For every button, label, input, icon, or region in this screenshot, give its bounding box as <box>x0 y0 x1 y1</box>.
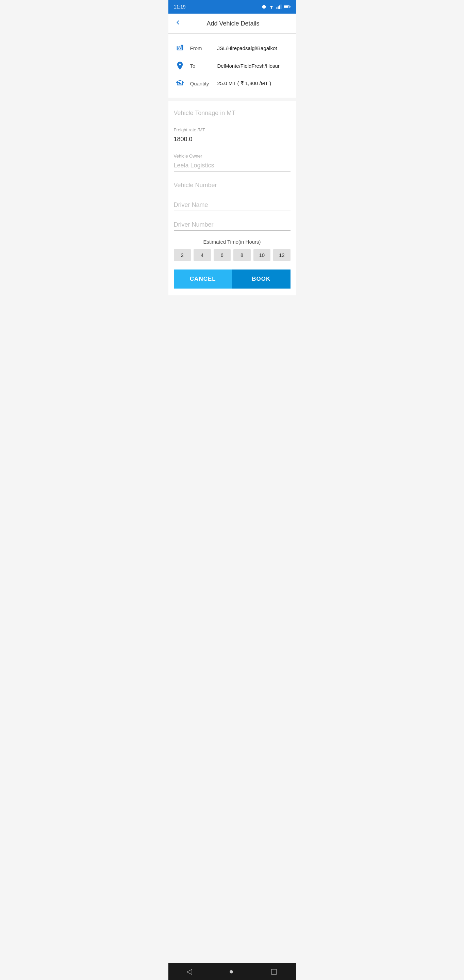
signal-icon <box>276 4 282 10</box>
svg-rect-4 <box>280 5 281 9</box>
freight-rate-field: Freight rate /MT <box>174 127 291 145</box>
to-value: DelMonte/FieldFresh/Hosur <box>218 63 280 69</box>
back-button[interactable] <box>174 18 182 29</box>
from-row: From JSL/Hirepadsalgi/Bagalkot <box>174 39 291 57</box>
time-option-8[interactable]: 8 <box>234 249 251 261</box>
info-card: From JSL/Hirepadsalgi/Bagalkot To DelMon… <box>168 34 296 98</box>
vehicle-number-field <box>174 180 291 191</box>
quantity-value: 25.0 MT ( ₹ 1,800 /MT ) <box>218 80 272 86</box>
status-bar: 11:19 <box>168 0 296 14</box>
cancel-button[interactable]: CANCEL <box>174 269 232 288</box>
action-buttons: CANCEL BOOK <box>174 269 291 288</box>
vehicle-owner-field: Vehicle Owner <box>174 153 291 172</box>
svg-rect-7 <box>289 6 290 8</box>
status-time: 11:19 <box>174 4 186 10</box>
svg-rect-2 <box>278 6 279 9</box>
driver-number-input[interactable] <box>174 219 291 231</box>
quantity-label: Quantity <box>190 81 218 86</box>
time-option-4[interactable]: 4 <box>194 249 211 261</box>
freight-rate-input[interactable] <box>174 134 291 145</box>
driver-name-field <box>174 199 291 211</box>
vehicle-owner-input[interactable] <box>174 160 291 172</box>
time-options: 2 4 6 8 10 12 <box>174 249 291 261</box>
svg-rect-6 <box>284 6 288 8</box>
location-icon <box>174 60 186 72</box>
page-title: Add Vehicle Details <box>186 20 280 27</box>
freight-rate-label: Freight rate /MT <box>174 127 291 132</box>
svg-rect-1 <box>276 7 277 9</box>
quantity-row: Quantity 25.0 MT ( ₹ 1,800 /MT ) <box>174 75 291 92</box>
time-option-12[interactable]: 12 <box>273 249 291 261</box>
wifi-icon <box>269 5 274 9</box>
estimated-time-label: Estimated Time(in Hours) <box>174 239 291 245</box>
factory-icon <box>174 42 186 54</box>
book-button[interactable]: BOOK <box>232 269 291 288</box>
vehicle-owner-label: Vehicle Owner <box>174 153 291 159</box>
form-container: Freight rate /MT Vehicle Owner Estimated… <box>168 101 296 295</box>
time-option-10[interactable]: 10 <box>253 249 271 261</box>
svg-rect-3 <box>279 5 280 9</box>
back-arrow-icon <box>174 18 182 27</box>
sim-icon <box>261 4 267 10</box>
battery-icon <box>284 5 291 9</box>
to-label: To <box>190 63 218 69</box>
scale-icon <box>174 77 186 89</box>
to-row: To DelMonte/FieldFresh/Hosur <box>174 57 291 75</box>
time-option-6[interactable]: 6 <box>214 249 231 261</box>
svg-point-0 <box>262 5 266 9</box>
vehicle-tonnage-input[interactable] <box>174 108 291 119</box>
vehicle-number-input[interactable] <box>174 180 291 191</box>
driver-name-input[interactable] <box>174 199 291 211</box>
time-option-2[interactable]: 2 <box>174 249 191 261</box>
driver-number-field <box>174 219 291 231</box>
vehicle-tonnage-field <box>174 108 291 119</box>
from-value: JSL/Hirepadsalgi/Bagalkot <box>218 45 277 51</box>
app-header: Add Vehicle Details <box>168 14 296 34</box>
from-label: From <box>190 45 218 51</box>
status-icons <box>261 4 291 10</box>
